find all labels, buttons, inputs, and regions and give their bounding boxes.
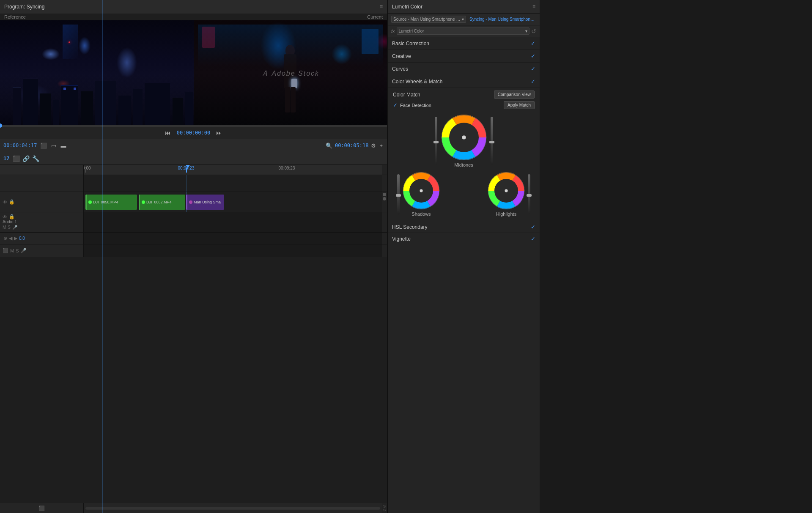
hsl-secondary-section[interactable]: HSL Secondary ✓ <box>388 221 540 233</box>
midtones-right-slider[interactable] <box>491 117 493 165</box>
hsl-secondary-check[interactable]: ✓ <box>531 224 535 230</box>
shadows-left-slider[interactable] <box>397 174 400 214</box>
midtones-slider-thumb-right[interactable] <box>489 141 494 143</box>
audio-track-lock-button[interactable]: 🔒 <box>9 214 15 219</box>
video-track-lock-button[interactable]: 🔒 <box>9 199 15 205</box>
midtones-wheel[interactable] <box>441 114 487 161</box>
audio-solo-button[interactable]: S <box>8 225 11 230</box>
vignette-check[interactable]: ✓ <box>531 236 535 242</box>
source-dropdown[interactable]: Source - Man Using Smartphone Walk... ▾ <box>391 16 466 23</box>
apply-match-button[interactable]: Apply Match <box>504 101 535 109</box>
color-wheels-section-header[interactable]: Color Wheels & Match ✓ <box>388 75 540 88</box>
audio-track-label: Audio 1 <box>3 219 81 224</box>
settings-menu-button[interactable]: ⚙ <box>370 142 377 150</box>
audio-track-eye-button[interactable]: 👁 <box>3 214 7 219</box>
creative-section[interactable]: Creative ✓ <box>388 50 540 63</box>
adobe-stock-text: Adobe Stock <box>272 70 319 77</box>
ruler-right[interactable]: 00:00 00:04:23 00:09:23 <box>84 165 382 175</box>
hsl-secondary-label: HSL Secondary <box>392 224 428 230</box>
display-settings-button[interactable]: ▬ <box>60 142 67 150</box>
midtones-wheel-wrapper: Midtones <box>441 114 487 167</box>
highlights-wheel[interactable] <box>487 172 525 210</box>
settings-button[interactable]: ⬛ <box>39 142 48 150</box>
wheels-container: Midtones <box>393 112 535 218</box>
audio-track-control: 👁 🔒 Audio 1 M S 🎤 <box>0 212 84 232</box>
clip-dot-3 <box>189 200 192 204</box>
color-match-section: Color Match Comparison View ✓ Face Detec… <box>388 88 540 221</box>
color-wheels-check[interactable]: ✓ <box>531 78 535 85</box>
audio-vol-right[interactable]: ▶ <box>14 236 17 241</box>
highlights-slider-thumb[interactable] <box>527 194 532 197</box>
basic-correction-check[interactable]: ✓ <box>531 40 535 47</box>
audio-btn-mic[interactable]: 🎤 <box>21 248 27 253</box>
basic-correction-section[interactable]: Basic Correction ✓ <box>388 37 540 50</box>
lumetri-color-panel: Lumetri Color ≡ Source - Man Using Smart… <box>387 0 540 513</box>
audio-btn-m[interactable]: M <box>10 248 14 253</box>
timeline-scrollbar-h-container[interactable] <box>84 503 382 513</box>
face-detection-label: Face Detection <box>400 103 431 108</box>
svg-point-3 <box>462 135 466 140</box>
timeline-settings-button[interactable]: ⬛ <box>13 155 20 162</box>
video-left <box>0 20 194 125</box>
audio-vol-left[interactable]: ◀ <box>9 236 12 241</box>
toolbar-left: 00:00:04:17 ⬛ ▭ ▬ <box>3 142 67 150</box>
vignette-label: Vignette <box>392 236 411 242</box>
curves-section[interactable]: Curves ✓ <box>388 63 540 75</box>
empty-track-clips-1 <box>84 175 382 192</box>
audio-mute-button[interactable]: M <box>3 225 6 230</box>
playhead-clip-line <box>186 192 187 212</box>
add-marker-button[interactable]: + <box>379 142 384 150</box>
monitor-progress-bar[interactable] <box>0 125 387 127</box>
midtones-left-slider[interactable] <box>435 117 437 165</box>
timeline-home-button[interactable]: ⬛ <box>38 505 45 511</box>
timeline-scrollbar-h[interactable] <box>85 507 380 510</box>
vignette-section[interactable]: Vignette ✓ <box>388 233 540 244</box>
highlights-wheel-svg <box>487 172 525 210</box>
play-button[interactable]: ⏭ <box>215 129 223 136</box>
timeline-link-button[interactable]: 🔗 <box>22 155 30 162</box>
lumetri-empty-space <box>388 244 540 513</box>
audio-track-top: 👁 🔒 <box>3 214 81 219</box>
monitor-timecode-left: 00:00:00:00 <box>177 130 210 136</box>
timeline-tools: ⬛ 🔗 🔧 <box>13 155 39 162</box>
shadows-slider-thumb[interactable] <box>396 194 401 197</box>
reset-button[interactable]: ↺ <box>531 28 536 35</box>
face-detection-check[interactable]: ✓ <box>393 102 398 108</box>
clip-dji2[interactable]: DJI_0082.MP4 <box>139 195 185 210</box>
timeline-rows-container: 00:00 00:04:23 00:09:23 <box>0 165 387 513</box>
clip-dji1[interactable]: DJI_0058.MP4 <box>85 195 137 210</box>
audio-controls-row-2: ⬛ M S 🎤 <box>0 244 387 257</box>
highlights-right-slider[interactable] <box>528 174 530 214</box>
audio-btn-2-1[interactable]: ⬛ <box>3 248 8 253</box>
fx-label: fx <box>391 29 395 34</box>
step-back-button[interactable]: ⏮ <box>164 129 172 136</box>
curves-check[interactable]: ✓ <box>531 66 535 72</box>
shadows-wheel[interactable] <box>402 172 440 210</box>
lumetri-header: Lumetri Color ≡ <box>388 0 540 14</box>
audio-record-button[interactable]: 🎤 <box>12 225 17 230</box>
clip-man[interactable]: Man Using Sma <box>186 195 224 210</box>
current-label: Current <box>367 14 383 19</box>
midtones-slider-thumb-left[interactable] <box>433 141 439 143</box>
audio-scrollbar <box>382 212 387 232</box>
audio-btn-s[interactable]: S <box>16 248 19 253</box>
clip-name-3: Man Using Sma <box>194 200 221 204</box>
audio-track-row: 👁 🔒 Audio 1 M S 🎤 <box>0 212 387 233</box>
video-track-row: 👁 🔒 DJI_0058.MP4 DJI_0082.MP <box>0 192 387 212</box>
timeline-magnet-button[interactable]: 🔧 <box>32 155 39 162</box>
ruler-left-spacer <box>0 165 84 175</box>
playhead-marker-triangle <box>186 165 190 168</box>
video-track-eye-button[interactable]: 👁 <box>3 200 7 205</box>
comparison-view-button[interactable]: Comparison View <box>494 91 535 99</box>
fx-dropdown[interactable]: Lumetri Color ▾ <box>397 27 529 35</box>
creative-check[interactable]: ✓ <box>531 53 535 59</box>
safe-margins-button[interactable]: ▭ <box>50 142 57 150</box>
audio-vol-knob[interactable]: ⊕ <box>3 236 7 241</box>
zoom-button[interactable]: 🔍 <box>325 142 333 150</box>
ruler-mark-0: 00:00 <box>84 166 91 170</box>
monitor-menu-icon[interactable]: ≡ <box>380 4 383 10</box>
audio-level-row: ⊕ ◀ ▶ 0.0 <box>0 233 387 244</box>
monitor-video-area: Ａ Adobe Stock <box>0 20 387 125</box>
monitor-toolbar: 00:00:04:17 ⬛ ▭ ▬ 🔍 00:00:05:18 ⚙ + <box>0 139 387 152</box>
lumetri-menu-icon[interactable]: ≡ <box>532 4 535 10</box>
